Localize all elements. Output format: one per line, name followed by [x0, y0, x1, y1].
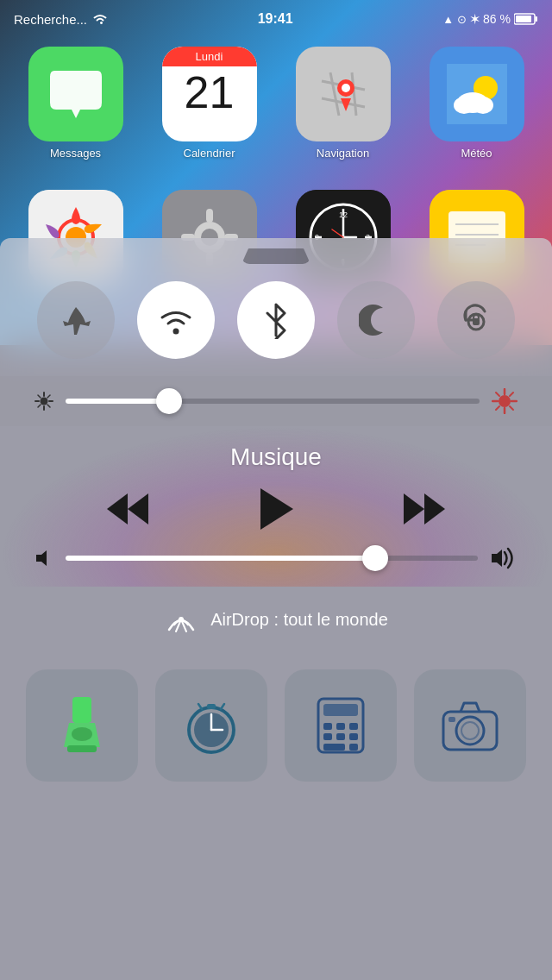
svg-rect-93: [349, 733, 358, 740]
svg-rect-89: [336, 723, 345, 730]
svg-point-97: [456, 717, 484, 744]
svg-point-9: [342, 84, 350, 92]
quick-actions: [0, 652, 552, 807]
bluetooth-status-icon: ✶: [470, 13, 480, 26]
messages-bubble-icon: [46, 66, 106, 122]
calendar-day: 21: [185, 70, 235, 115]
pull-handle[interactable]: [0, 238, 552, 273]
airdrop-label: AirDrop : tout le monde: [210, 610, 388, 630]
handle-bar: [242, 248, 310, 264]
camera-button[interactable]: [414, 669, 526, 782]
svg-rect-95: [349, 744, 358, 751]
app-row-1: Messages Lundi 21 Calendrier Navigat: [0, 38, 552, 168]
svg-rect-47: [474, 315, 479, 320]
navigation-icon-img: [296, 47, 391, 141]
timer-icon: [181, 695, 242, 756]
svg-line-53: [38, 395, 41, 398]
speaker-low-icon: [34, 549, 53, 568]
app-calendrier[interactable]: Lundi 21 Calendrier: [154, 47, 266, 160]
svg-rect-99: [448, 717, 455, 722]
airplane-icon: [60, 304, 92, 336]
rotation-toggle[interactable]: [437, 281, 515, 359]
fastforward-icon: [402, 490, 447, 528]
dnd-toggle[interactable]: [337, 281, 415, 359]
svg-marker-70: [424, 493, 445, 525]
app-meteo[interactable]: Météo: [421, 47, 533, 160]
svg-marker-66: [128, 493, 148, 525]
music-controls: [34, 487, 518, 531]
brightness-thumb[interactable]: [156, 388, 182, 414]
volume-low-icon: [34, 549, 53, 568]
music-title: Musique: [230, 443, 322, 471]
svg-line-85: [221, 704, 224, 709]
messages-label: Messages: [50, 147, 101, 160]
volume-track[interactable]: [66, 556, 478, 561]
calendrier-label: Calendrier: [184, 147, 235, 160]
svg-marker-71: [36, 550, 47, 566]
brightness-fill: [66, 399, 169, 404]
svg-rect-92: [336, 733, 345, 740]
calendar-icon-img: Lundi 21: [162, 47, 257, 141]
svg-rect-88: [323, 723, 332, 730]
rotation-lock-icon: [459, 303, 493, 337]
svg-point-48: [41, 398, 48, 405]
fastforward-button[interactable]: [402, 490, 447, 528]
flashlight-icon: [60, 695, 104, 756]
music-section: Musique: [0, 426, 552, 587]
timer-button[interactable]: [155, 669, 267, 782]
camera-icon: [440, 700, 500, 751]
svg-rect-1: [516, 16, 531, 22]
rewind-button[interactable]: [105, 490, 150, 528]
svg-point-57: [499, 395, 511, 407]
app-navigation[interactable]: Navigation: [287, 47, 399, 160]
play-icon: [257, 487, 295, 531]
meteo-label: Météo: [461, 147, 492, 160]
sun-small-icon: [34, 392, 53, 411]
svg-rect-87: [323, 704, 358, 716]
moon-icon: [359, 303, 393, 337]
calendar-header: Lundi: [162, 47, 257, 66]
brightness-section: [0, 376, 552, 426]
volume-thumb[interactable]: [362, 545, 388, 571]
play-button[interactable]: [257, 487, 295, 531]
sun-large-icon: [492, 388, 518, 414]
svg-line-65: [496, 406, 499, 410]
time-display: 19:41: [258, 11, 293, 27]
calculator-button[interactable]: [285, 669, 397, 782]
svg-rect-94: [323, 744, 345, 751]
bluetooth-toggle[interactable]: [237, 281, 315, 359]
carrier-text: Recherche...: [14, 12, 87, 27]
svg-rect-91: [323, 733, 332, 740]
airdrop-icon: [164, 602, 198, 637]
airdrop-section[interactable]: AirDrop : tout le monde: [0, 587, 552, 652]
navigation-map-icon: [313, 64, 373, 124]
svg-rect-2: [535, 16, 537, 22]
battery-percentage: 86 %: [483, 12, 511, 26]
airplane-toggle[interactable]: [37, 281, 115, 359]
svg-point-98: [461, 722, 479, 739]
toggle-row: [0, 273, 552, 368]
svg-marker-68: [260, 488, 293, 530]
svg-marker-72: [492, 550, 502, 567]
svg-point-15: [473, 97, 493, 114]
svg-line-84: [198, 704, 202, 709]
volume-high-icon: [490, 547, 518, 569]
svg-line-63: [510, 406, 513, 410]
svg-rect-83: [207, 704, 216, 709]
svg-marker-67: [107, 493, 128, 525]
svg-marker-69: [404, 493, 424, 525]
weather-app-icon: [447, 64, 507, 124]
brightness-track[interactable]: [66, 399, 480, 404]
app-messages[interactable]: Messages: [20, 47, 132, 160]
wifi-toggle[interactable]: [137, 281, 215, 359]
svg-line-62: [496, 393, 499, 396]
svg-rect-76: [67, 745, 97, 752]
svg-point-14: [454, 97, 474, 114]
status-bar: Recherche... 19:41 ▲ ⊙ ✶ 86 %: [0, 0, 552, 38]
messages-icon-img: [28, 47, 123, 141]
bluetooth-icon: [264, 301, 288, 339]
weather-icon-img: [430, 47, 524, 141]
volume-fill: [66, 556, 375, 561]
flashlight-button[interactable]: [26, 669, 138, 782]
wifi-status-icon: [92, 13, 108, 25]
